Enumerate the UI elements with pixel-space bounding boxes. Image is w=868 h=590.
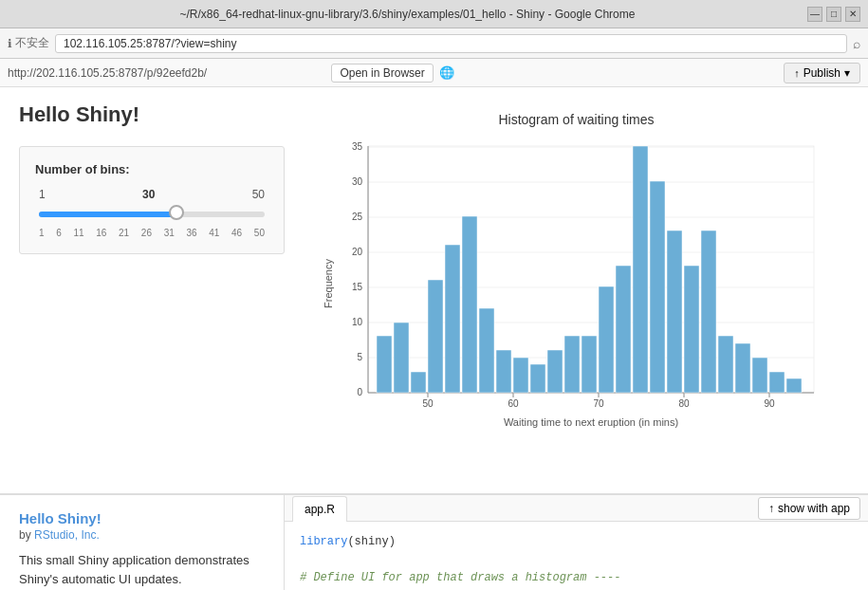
bins-label: Number of bins: — [35, 162, 268, 176]
info-icon: ℹ — [8, 37, 12, 50]
slider-ticks: 1 6 11 16 21 26 31 36 41 46 50 — [39, 228, 265, 238]
svg-text:70: 70 — [593, 398, 604, 409]
main-content: Hello Shiny! Number of bins: 1 30 50 — [0, 87, 868, 590]
tick-11: 11 — [73, 228, 83, 238]
svg-rect-51 — [718, 336, 733, 393]
code-line-blank1 — [300, 551, 853, 569]
controls-panel: Number of bins: 1 30 50 — [19, 146, 285, 254]
desc-title: Hello Shiny! — [19, 510, 265, 526]
show-with-app-label: show with app — [778, 502, 850, 515]
tick-31: 31 — [164, 228, 175, 238]
publish-arrow-icon: ↑ — [794, 67, 800, 79]
histogram-chart: Frequency 0 5 10 15 — [321, 137, 833, 431]
address-bar: ℹ 不安全 102.116.105.25:8787/?view=shiny ⌕ — [0, 28, 868, 59]
svg-text:60: 60 — [508, 398, 519, 409]
restore-button[interactable]: □ — [826, 7, 841, 22]
code-line-comment1: # Define UI for app that draws a histogr… — [300, 569, 853, 587]
app-title: Hello Shiny! — [19, 102, 285, 127]
show-with-app-button[interactable]: ↑ show with app — [758, 497, 860, 520]
publish-button[interactable]: ↑ Publish ▾ — [784, 63, 860, 83]
svg-text:80: 80 — [678, 398, 690, 409]
svg-text:50: 50 — [422, 398, 434, 409]
svg-text:25: 25 — [351, 212, 362, 222]
svg-rect-40 — [530, 364, 545, 393]
svg-rect-32 — [394, 323, 409, 393]
security-indicator: ℹ 不安全 — [8, 35, 49, 51]
svg-rect-52 — [735, 343, 750, 393]
chrome-title-text: ~/R/x86_64-redhat-linux-gnu-library/3.6/… — [8, 8, 807, 21]
chrome-titlebar: ~/R/x86_64-redhat-linux-gnu-library/3.6/… — [0, 0, 868, 28]
svg-text:Frequency: Frequency — [323, 259, 334, 308]
chart-area: Histogram of waiting times Frequency 0 5 — [304, 102, 849, 478]
slider-current-value: 30 — [142, 188, 155, 201]
search-icon[interactable]: ⌕ — [853, 36, 860, 51]
slider-thumb[interactable] — [169, 205, 184, 220]
tick-26: 26 — [141, 228, 152, 238]
address-url-input[interactable]: 102.116.105.25:8787/?view=shiny — [55, 34, 847, 53]
tick-16: 16 — [96, 228, 106, 238]
desc-para1: This small Shiny application demonstrate… — [19, 551, 265, 588]
code-content: library(shiny) # Define UI for app that … — [285, 522, 868, 590]
svg-rect-31 — [377, 336, 392, 393]
slider-track-wrapper — [39, 205, 265, 224]
svg-rect-34 — [428, 280, 443, 393]
sidebar-controls: Hello Shiny! Number of bins: 1 30 50 — [19, 102, 285, 478]
chart-title: Histogram of waiting times — [498, 112, 654, 127]
desc-by: by RStudio, Inc. — [19, 528, 265, 542]
tick-46: 46 — [231, 228, 242, 238]
svg-rect-36 — [462, 216, 477, 393]
svg-text:15: 15 — [351, 282, 362, 292]
rstudio-link[interactable]: RStudio, Inc. — [34, 528, 100, 542]
security-label: 不安全 — [15, 35, 49, 51]
bottom-panel: Hello Shiny! by RStudio, Inc. This small… — [0, 495, 868, 590]
svg-text:Waiting time to next eruption : Waiting time to next eruption (in mins) — [503, 416, 677, 428]
svg-rect-48 — [667, 230, 682, 393]
slider-min: 1 — [39, 188, 46, 201]
svg-rect-55 — [786, 378, 802, 393]
slider-max: 50 — [252, 188, 265, 201]
svg-rect-46 — [633, 146, 648, 393]
svg-text:90: 90 — [764, 398, 775, 409]
chrome-controls: — □ ✕ — [807, 7, 860, 22]
publish-label: Publish — [803, 66, 840, 80]
code-panel: app.R ↑ show with app library(shiny) # D… — [285, 495, 868, 590]
toolbar-path: http://202.116.105.25:8787/p/92eefd2b/ — [8, 66, 325, 80]
svg-text:5: 5 — [357, 352, 362, 362]
slider-fill — [39, 212, 176, 217]
svg-rect-50 — [701, 230, 716, 393]
svg-rect-37 — [479, 308, 494, 393]
svg-rect-54 — [769, 372, 785, 393]
svg-rect-45 — [616, 266, 631, 393]
svg-rect-39 — [513, 358, 528, 393]
tick-21: 21 — [119, 228, 129, 238]
publish-chevron-icon: ▾ — [844, 66, 850, 80]
app-panel: Hello Shiny! Number of bins: 1 30 50 — [0, 87, 868, 495]
tick-41: 41 — [209, 228, 219, 238]
tick-6: 6 — [56, 228, 62, 238]
app-r-tab[interactable]: app.R — [292, 496, 347, 522]
svg-text:10: 10 — [351, 317, 362, 327]
svg-rect-35 — [445, 245, 460, 393]
toolbar-row: http://202.116.105.25:8787/p/92eefd2b/ O… — [0, 59, 868, 87]
svg-rect-33 — [411, 372, 426, 393]
description-panel: Hello Shiny! by RStudio, Inc. This small… — [0, 495, 285, 590]
tick-50: 50 — [254, 228, 265, 238]
code-tabs: app.R ↑ show with app — [285, 495, 868, 522]
svg-rect-43 — [582, 336, 597, 393]
open-in-browser-button[interactable]: Open in Browser — [331, 64, 433, 83]
tick-1: 1 — [39, 228, 45, 238]
minimize-button[interactable]: — — [807, 7, 822, 22]
globe-icon: 🌐 — [439, 65, 454, 80]
svg-rect-38 — [496, 350, 511, 393]
svg-rect-53 — [752, 358, 767, 393]
svg-text:30: 30 — [351, 176, 362, 187]
show-up-arrow-icon: ↑ — [768, 502, 774, 515]
svg-rect-42 — [564, 336, 580, 393]
svg-rect-41 — [547, 350, 563, 393]
slider-range: 1 30 50 — [39, 188, 265, 201]
svg-rect-49 — [684, 266, 699, 393]
svg-rect-47 — [650, 181, 665, 393]
tick-36: 36 — [186, 228, 196, 238]
svg-text:0: 0 — [357, 387, 362, 397]
close-button[interactable]: ✕ — [845, 7, 860, 22]
